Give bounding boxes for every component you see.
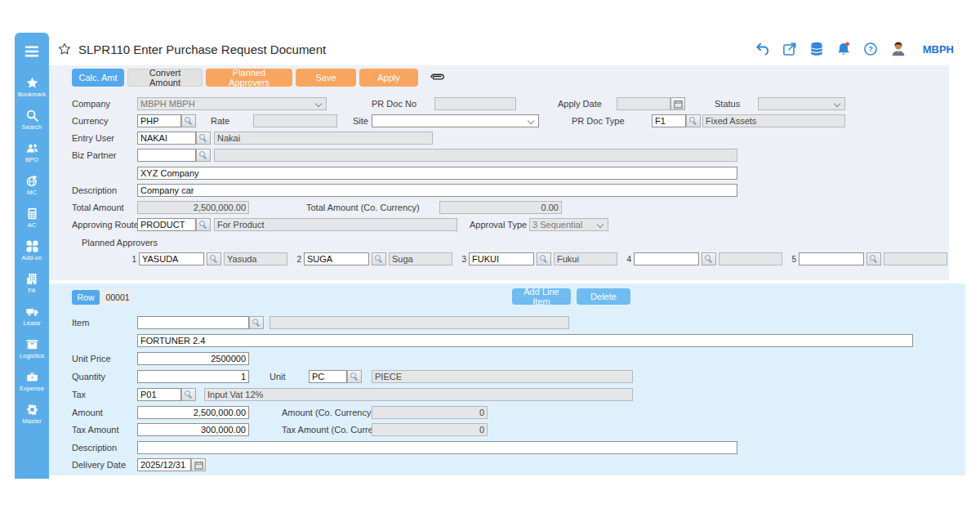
entry-user-name-field: Nakai <box>214 132 433 145</box>
sidebar: Bookmark Search BPO MC AC Add-on <box>15 33 49 479</box>
approver-2-lookup-button[interactable] <box>372 252 386 265</box>
biz-partner-lookup-button[interactable] <box>196 149 211 162</box>
search-icon <box>210 255 218 263</box>
quantity-input[interactable] <box>137 370 249 383</box>
sidebar-item-ac[interactable]: AC <box>15 201 49 234</box>
tax-lookup-button[interactable] <box>181 388 196 401</box>
sidebar-item-label: Logistics <box>20 352 44 359</box>
sidebar-item-addon[interactable]: Add-on <box>15 234 49 266</box>
convert-amount-button[interactable]: Convert Amount <box>127 69 203 87</box>
sidebar-item-expense[interactable]: Expense <box>15 364 49 397</box>
search-icon <box>350 372 359 381</box>
notifications-icon[interactable] <box>835 41 852 57</box>
undo-icon[interactable] <box>755 41 771 57</box>
planned-approvers-button[interactable]: Planned Approvers <box>206 69 292 87</box>
biz-partner-input[interactable] <box>137 149 196 162</box>
sidebar-item-label: Expense <box>20 385 44 392</box>
approver-3-input[interactable] <box>469 252 534 265</box>
unit-lookup-button[interactable] <box>347 370 362 383</box>
truck-icon <box>24 305 40 319</box>
approver-5-input[interactable] <box>799 252 864 265</box>
approver-1-lookup-button[interactable] <box>207 252 221 265</box>
open-in-new-icon[interactable] <box>782 41 798 57</box>
sidebar-item-fa[interactable]: FA <box>15 266 49 299</box>
entry-user-label: Entry User <box>72 132 114 145</box>
amount-co-label: Amount (Co. Currency) <box>282 406 374 419</box>
delete-button[interactable]: Delete <box>577 288 630 305</box>
tax-label: Tax <box>72 388 86 401</box>
item-description-input[interactable] <box>137 334 913 347</box>
item-lookup-button[interactable] <box>249 316 264 329</box>
currency-input[interactable] <box>137 114 181 127</box>
description-input[interactable] <box>137 184 737 197</box>
item-input[interactable] <box>137 316 249 329</box>
sidebar-item-logistics[interactable]: Logistics <box>15 332 49 364</box>
apply-button[interactable]: Apply <box>359 69 418 87</box>
total-amount-field: 2,500,000.00 <box>137 201 249 214</box>
approving-route-label: Approving Route <box>72 218 139 231</box>
entry-user-lookup-button[interactable] <box>196 132 211 145</box>
save-button[interactable]: Save <box>296 69 356 87</box>
sidebar-item-bpo[interactable]: BPO <box>15 136 49 168</box>
approval-type-select[interactable]: 3 Sequential <box>529 218 608 231</box>
sidebar-item-label: BPO <box>25 156 38 163</box>
tax-input[interactable] <box>137 388 181 401</box>
sidebar-item-label: FA <box>28 287 35 294</box>
database-icon[interactable] <box>808 41 825 57</box>
search-icon <box>540 255 548 263</box>
pr-doc-no-field <box>434 97 516 110</box>
entry-user-input[interactable] <box>137 132 196 145</box>
unit-price-input[interactable] <box>137 352 249 365</box>
delivery-date-label: Delivery Date <box>72 458 126 471</box>
calendar-icon <box>674 100 683 109</box>
site-label: Site <box>353 114 368 127</box>
approving-route-input[interactable] <box>137 218 196 231</box>
sidebar-item-lease[interactable]: Lease <box>15 299 49 332</box>
site-select[interactable] <box>372 114 539 127</box>
currency-lookup-button[interactable] <box>181 114 196 127</box>
approver-2-input[interactable] <box>304 252 369 265</box>
amount-input[interactable] <box>137 406 249 419</box>
line-description-input[interactable] <box>137 441 737 454</box>
calc-amt-button[interactable]: Calc. Amt <box>72 69 124 87</box>
unit-label: Unit <box>270 370 286 383</box>
approving-route-lookup-button[interactable] <box>196 218 211 231</box>
tax-amount-input[interactable] <box>137 423 249 436</box>
apply-date-label: Apply Date <box>558 97 602 110</box>
search-icon <box>199 134 207 142</box>
pr-doc-type-name-field: Fixed Assets <box>702 114 845 127</box>
add-line-item-button[interactable]: Add Line Item <box>512 288 571 305</box>
pr-doc-type-input[interactable] <box>652 114 686 127</box>
pr-doc-type-lookup-button[interactable] <box>686 114 701 127</box>
unit-input[interactable] <box>309 370 347 383</box>
avatar[interactable] <box>889 40 907 58</box>
apply-date-calendar-button[interactable] <box>670 97 685 110</box>
sidebar-item-mc[interactable]: MC <box>15 168 49 201</box>
menu-button[interactable] <box>18 39 46 64</box>
status-select[interactable] <box>758 97 845 110</box>
sidebar-item-search[interactable]: Search <box>15 103 49 136</box>
sidebar-item-master[interactable]: Master <box>15 397 49 430</box>
approver-1-input[interactable] <box>139 252 204 265</box>
description-label: Description <box>72 184 117 197</box>
tax-amount-co-field: 0 <box>372 423 488 436</box>
help-icon[interactable]: ? <box>862 41 879 57</box>
tax-name-field: Input Vat 12% <box>204 388 633 401</box>
approver-4-lookup-button[interactable] <box>702 252 716 265</box>
delivery-date-calendar-button[interactable] <box>191 458 206 471</box>
sidebar-item-label: Add-on <box>22 254 42 261</box>
approver-4-input[interactable] <box>634 252 699 265</box>
amount-label: Amount <box>72 406 103 419</box>
delivery-date-input[interactable] <box>137 458 191 471</box>
row-button[interactable]: Row <box>72 290 100 305</box>
approver-5-lookup-button[interactable] <box>866 252 881 265</box>
line-description-label: Description <box>72 441 117 454</box>
favorite-star-icon[interactable] <box>57 42 72 56</box>
biz-partner-name2-input[interactable] <box>137 167 737 180</box>
search-icon <box>24 109 40 123</box>
sidebar-item-bookmark[interactable]: Bookmark <box>15 70 49 103</box>
approver-3-lookup-button[interactable] <box>537 252 551 265</box>
search-icon <box>375 255 383 263</box>
company-select[interactable]: MBPH MBPH <box>137 97 327 110</box>
attachment-paperclip-icon[interactable] <box>426 72 446 83</box>
